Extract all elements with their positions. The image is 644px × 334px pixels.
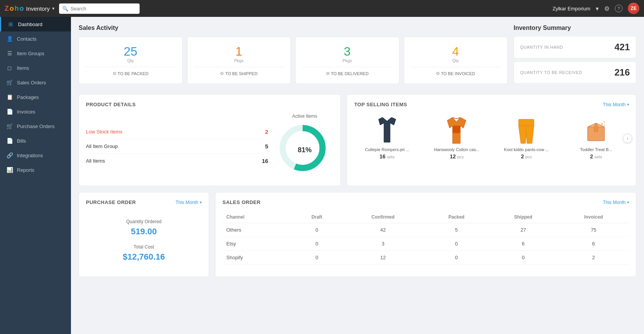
- delivered-unit: Pkgs: [302, 58, 393, 63]
- items-icon: ◻: [6, 65, 13, 71]
- all-items-label: All Items: [86, 158, 105, 164]
- app-name: Inventory: [26, 5, 50, 12]
- avatar[interactable]: ZE: [628, 3, 639, 14]
- sidebar-label-purchase-orders: Purchase Orders: [17, 123, 54, 129]
- activity-cards: 25 Qty ⊙ TO BE PACKED 1 Pkgs ⊙ TO BE SHI…: [79, 37, 507, 84]
- activity-card-delivered[interactable]: 3 Pkgs ⊙ TO BE DELIVERED: [295, 37, 399, 84]
- top-selling-next-btn[interactable]: ›: [623, 134, 632, 143]
- sidebar-item-invoices[interactable]: 📄 Invoices: [0, 104, 71, 119]
- delivered-value: 3: [302, 45, 393, 58]
- inventory-summary-wrapper: QUANTITY IN HAND 421 QUANTITY TO BE RECE…: [514, 36, 636, 87]
- low-stock-label[interactable]: Low Stock Items: [86, 129, 122, 135]
- invoiced-label: ⊙ TO BE INVOICED: [410, 67, 501, 76]
- top-selling-title: TOP SELLING ITEMS: [354, 102, 407, 107]
- pants-icon: [514, 117, 539, 144]
- sidebar-item-packages[interactable]: 📋 Packages: [0, 90, 71, 104]
- svg-text:★: ★: [603, 121, 605, 123]
- inventory-summary-section: Inventory Summary QUANTITY IN HAND 421 Q…: [514, 25, 636, 87]
- inv-in-hand-label: QUANTITY IN HAND: [520, 45, 563, 49]
- so-others-packed: 5: [424, 223, 488, 237]
- product-row-all-items: All Items 16: [86, 154, 268, 168]
- dropdown-icon[interactable]: ▾: [596, 5, 599, 12]
- top-item-3[interactable]: ★ ★ ★ Toddler Treat B... 2 sets: [563, 114, 629, 163]
- donut-chart-wrapper: Active Items 81%: [276, 114, 333, 179]
- top-item-qty-3: 2: [590, 153, 593, 160]
- so-col-draft: Draft: [292, 211, 341, 223]
- reports-icon: 📊: [6, 167, 13, 173]
- box-icon: ★ ★ ★: [584, 117, 609, 144]
- activity-card-shipped[interactable]: 1 Pkgs ⊙ TO BE SHIPPED: [187, 37, 291, 84]
- top-item-img-1: [443, 117, 470, 144]
- sales-order-chevron: ▾: [627, 200, 629, 204]
- help-icon[interactable]: ?: [615, 5, 623, 12]
- invoiced-check-icon: ⊙: [436, 71, 440, 76]
- table-row: Shopify 0 12 0 0 2: [222, 251, 629, 265]
- zoho-logo: Zoho: [5, 5, 24, 13]
- sidebar-item-items[interactable]: ◻ Items: [0, 61, 71, 75]
- sales-order-period[interactable]: This Month ▾: [603, 200, 629, 205]
- gear-icon[interactable]: ⚙: [604, 5, 609, 12]
- activity-card-invoiced[interactable]: 4 Qty ⊙ TO BE INVOICED: [404, 37, 508, 84]
- donut-chart: 81%: [276, 121, 333, 179]
- so-others-confirmed: 42: [342, 223, 425, 237]
- top-item-qty-1: 12: [450, 153, 456, 160]
- table-row: Others 0 42 5 27 75: [222, 223, 629, 237]
- so-shopify-confirmed: 12: [342, 251, 425, 265]
- invoiced-value: 4: [410, 45, 501, 58]
- top-item-img-3: ★ ★ ★: [583, 117, 609, 144]
- sales-order-table: Channel Draft Confirmed Packed Shipped I…: [222, 211, 629, 265]
- app-logo[interactable]: Zoho Inventory ▾: [5, 5, 54, 13]
- sidebar-item-reports[interactable]: 📊 Reports: [0, 163, 71, 177]
- search-input[interactable]: [59, 3, 140, 14]
- top-selling-chevron: ▾: [627, 102, 629, 107]
- shipped-value: 1: [194, 45, 285, 58]
- shipped-unit: Pkgs: [194, 58, 285, 63]
- po-qty-label: Quantity Ordered: [86, 219, 202, 224]
- sales-activity-section: Sales Activity 25 Qty ⊙ TO BE PACKED 1 P…: [79, 25, 507, 87]
- sidebar-label-bills: Bills: [17, 138, 26, 144]
- so-shopify-packed: 0: [424, 251, 488, 265]
- purchase-order-period[interactable]: This Month ▾: [176, 200, 202, 205]
- activity-card-packed[interactable]: 25 Qty ⊙ TO BE PACKED: [79, 37, 183, 84]
- so-etsy-confirmed: 3: [342, 237, 425, 251]
- top-selling-period[interactable]: This Month ▾: [603, 102, 629, 107]
- item-groups-icon: ☰: [6, 50, 13, 56]
- top-item-name-0: Cutlepie Rompers-jet ...: [356, 147, 418, 152]
- top-selling-wrapper: Cutlepie Rompers-jet ... 16 sets: [354, 114, 629, 163]
- sidebar-item-dashboard[interactable]: ⊞ Dashboard: [0, 17, 71, 31]
- sidebar-item-contacts[interactable]: 👤 Contacts: [0, 31, 71, 46]
- sidebar-item-bills[interactable]: 📄 Bills: [0, 133, 71, 148]
- sales-activity-title: Sales Activity: [79, 25, 507, 31]
- top-item-2[interactable]: Kool kiddo pants-cow ... 2 pcs: [494, 114, 560, 163]
- so-others-invoiced: 75: [558, 223, 629, 237]
- product-details-section: PRODUCT DETAILS Low Stock Items 2 All It…: [79, 94, 341, 186]
- so-table-body: Others 0 42 5 27 75 Etsy 0 3 0 6 6: [222, 223, 629, 265]
- sales-orders-icon: 🛒: [6, 79, 13, 86]
- sidebar-label-items: Items: [17, 65, 29, 71]
- product-row-low-stock: Low Stock Items 2: [86, 125, 268, 139]
- sidebar-item-sales-orders[interactable]: 🛒 Sales Orders: [0, 75, 71, 90]
- top-item-qty-row-3: 2 sets: [565, 153, 627, 160]
- packed-unit: Qty: [85, 58, 176, 63]
- item-group-label: All Item Group: [86, 143, 118, 149]
- top-item-0[interactable]: Cutlepie Rompers-jet ... 16 sets: [354, 114, 420, 163]
- delivered-check-icon: ⊙: [326, 71, 329, 76]
- top-item-qty-row-0: 16 sets: [356, 153, 418, 160]
- sidebar-item-purchase-orders[interactable]: 🛒 Purchase Orders: [0, 119, 71, 133]
- top-item-1[interactable]: Hanswooly Cotton cas... 12 pcs: [424, 114, 490, 163]
- top-row: Sales Activity 25 Qty ⊙ TO BE PACKED 1 P…: [79, 25, 636, 87]
- search-wrapper: 🔍: [59, 3, 182, 14]
- sidebar-item-integrations[interactable]: 🔗 Integrations: [0, 148, 71, 163]
- top-item-unit-label-2: pcs: [525, 155, 532, 159]
- top-item-qty-0: 16: [380, 153, 386, 160]
- donut-percentage: 81%: [298, 146, 311, 154]
- so-others-channel: Others: [222, 223, 292, 237]
- topbar: Zoho Inventory ▾ 🔍 Zylkar Emporium ▾ ⚙ ?…: [0, 0, 644, 17]
- inventory-summary-title: Inventory Summary: [514, 25, 636, 31]
- so-shopify-draft: 0: [292, 251, 341, 265]
- app-dropdown-icon[interactable]: ▾: [52, 6, 54, 11]
- inv-card-in-hand: QUANTITY IN HAND 421: [514, 36, 636, 58]
- sidebar-item-item-groups[interactable]: ☰ Item Groups: [0, 46, 71, 61]
- sidebar-label-item-groups: Item Groups: [17, 51, 44, 56]
- po-qty-value: 519.00: [86, 227, 202, 237]
